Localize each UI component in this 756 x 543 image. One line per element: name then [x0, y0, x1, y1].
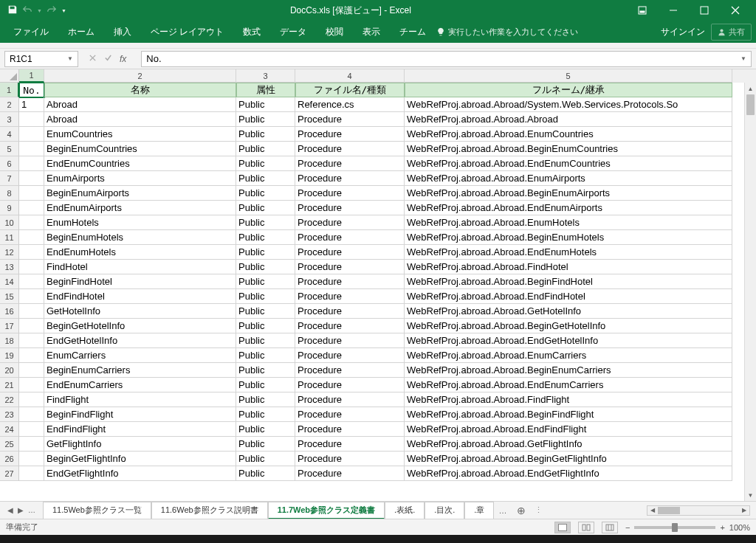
cell[interactable]: WebRefProj.abroad.Abroad.EnumHotels [405, 215, 732, 230]
cell[interactable]: Procedure [295, 260, 405, 274]
cell[interactable]: Procedure [295, 274, 405, 289]
cell[interactable]: Public [236, 437, 295, 452]
cell[interactable]: Abroad [44, 112, 236, 127]
cell[interactable]: WebRefProj.abroad.Abroad.EndGetFlightInf… [405, 466, 732, 481]
fx-icon[interactable]: fx [120, 54, 131, 64]
sheet-tab[interactable]: .表紙. [385, 502, 425, 519]
chevron-down-icon[interactable]: ▼ [67, 55, 73, 62]
row-header[interactable]: 7 [0, 171, 19, 186]
cell[interactable]: Procedure [295, 289, 405, 304]
cell[interactable]: Procedure [295, 378, 405, 392]
cell[interactable]: WebRefProj.abroad.Abroad.EndGetHotelInfo [405, 333, 732, 348]
horizontal-scrollbar[interactable]: ◀ ▶ [647, 505, 750, 516]
cell[interactable]: Procedure [295, 186, 405, 201]
cell[interactable]: WebRefProj.abroad.Abroad.BeginFindFlight [405, 407, 732, 422]
cell[interactable]: Procedure [295, 304, 405, 319]
cell[interactable]: EnumHotels [44, 215, 236, 230]
cell[interactable]: GetHotelInfo [44, 304, 236, 319]
cell[interactable]: WebRefProj.abroad.Abroad.FindHotel [405, 260, 732, 274]
cell[interactable]: WebRefProj.abroad.Abroad.BeginEnumCountr… [405, 142, 732, 156]
tab-splitter[interactable]: ⋮ [532, 505, 546, 515]
cell[interactable]: BeginFindFlight [44, 407, 236, 422]
cell[interactable]: Procedure [295, 171, 405, 186]
tab-team[interactable]: チーム [391, 22, 435, 42]
cell[interactable]: WebRefProj.abroad.Abroad.EndFindHotel [405, 289, 732, 304]
cell[interactable] [19, 466, 44, 481]
row-header[interactable]: 10 [0, 215, 19, 230]
cell[interactable]: Public [236, 333, 295, 348]
cell[interactable] [19, 452, 44, 466]
sheet-add-button[interactable]: ⊕ [511, 505, 532, 516]
col-header[interactable]: 5 [405, 69, 732, 83]
sheet-tab[interactable]: 11.7Web参照クラス定義書 [268, 502, 385, 519]
cell[interactable] [19, 127, 44, 142]
cell[interactable]: Public [236, 171, 295, 186]
scroll-down-icon[interactable]: ▼ [745, 489, 756, 501]
cell[interactable]: Public [236, 363, 295, 378]
tab-review[interactable]: 校閲 [317, 22, 352, 42]
cell[interactable] [19, 274, 44, 289]
cell[interactable]: Public [236, 378, 295, 392]
cell[interactable]: BeginGetFlightInfo [44, 452, 236, 466]
cell[interactable]: EndEnumHotels [44, 245, 236, 260]
sheet-more[interactable]: … [494, 506, 511, 515]
maximize-button[interactable] [690, 0, 719, 21]
row-header[interactable]: 2 [0, 97, 19, 112]
cell[interactable]: EndGetHotelInfo [44, 333, 236, 348]
cell[interactable]: No. [19, 83, 44, 97]
cell[interactable]: フルネーム/継承 [405, 83, 732, 97]
sheet-nav-prev-icon[interactable]: ◀ [6, 506, 15, 514]
cell[interactable]: 属性 [236, 83, 295, 97]
cell[interactable]: Public [236, 186, 295, 201]
cell[interactable]: Procedure [295, 392, 405, 407]
cell[interactable]: Public [236, 201, 295, 215]
col-header[interactable]: 2 [44, 69, 236, 83]
col-header[interactable]: 4 [295, 69, 405, 83]
cell[interactable]: Public [236, 407, 295, 422]
formula-expand-icon[interactable]: ▼ [740, 55, 746, 62]
minimize-button[interactable] [659, 0, 688, 21]
cell[interactable] [19, 171, 44, 186]
cell[interactable]: WebRefProj.abroad.Abroad.EnumCarriers [405, 348, 732, 363]
redo-icon[interactable] [47, 4, 57, 17]
cell[interactable]: WebRefProj.abroad.Abroad.BeginEnumAirpor… [405, 186, 732, 201]
row-header[interactable]: 24 [0, 422, 19, 437]
cell[interactable] [19, 348, 44, 363]
cell[interactable]: Public [236, 230, 295, 245]
zoom-out-button[interactable]: − [625, 523, 630, 532]
sheet-tab[interactable]: 11.5Web参照クラス一覧 [43, 502, 151, 519]
qat-customize-icon[interactable]: ▼ [61, 8, 66, 13]
cell[interactable]: WebRefProj.abroad.Abroad.GetHotelInfo [405, 304, 732, 319]
cell[interactable]: Procedure [295, 112, 405, 127]
cell[interactable] [19, 156, 44, 171]
cell[interactable] [19, 319, 44, 333]
worksheet-grid[interactable]: 1 2 3 4 5 1No.名称属性ファイル名/種類フルネーム/継承21Abro… [0, 69, 756, 501]
row-header[interactable]: 21 [0, 378, 19, 392]
cell[interactable]: Procedure [295, 466, 405, 481]
cell[interactable]: FindFlight [44, 392, 236, 407]
view-pagelayout-icon[interactable] [578, 522, 594, 533]
cell[interactable] [19, 392, 44, 407]
cancel-formula-icon[interactable] [89, 54, 97, 64]
cell[interactable]: Procedure [295, 333, 405, 348]
cell[interactable]: Procedure [295, 127, 405, 142]
row-header[interactable]: 8 [0, 186, 19, 201]
cell[interactable]: WebRefProj.abroad.Abroad.BeginGetHotelIn… [405, 319, 732, 333]
row-header[interactable]: 1 [0, 83, 19, 97]
row-header[interactable]: 12 [0, 245, 19, 260]
cell[interactable]: WebRefProj.abroad.Abroad.BeginGetFlightI… [405, 452, 732, 466]
cell[interactable]: WebRefProj.abroad.Abroad.BeginEnumHotels [405, 230, 732, 245]
tab-home[interactable]: ホーム [59, 22, 103, 42]
tab-view[interactable]: 表示 [354, 22, 389, 42]
cell[interactable]: Procedure [295, 363, 405, 378]
row-header[interactable]: 18 [0, 333, 19, 348]
cell[interactable]: Public [236, 304, 295, 319]
row-header[interactable]: 20 [0, 363, 19, 378]
sheet-tab[interactable]: .目次. [425, 502, 464, 519]
cell[interactable]: Public [236, 260, 295, 274]
cell[interactable]: EnumAirports [44, 171, 236, 186]
cell[interactable]: Procedure [295, 230, 405, 245]
tab-file[interactable]: ファイル [4, 22, 58, 42]
cell[interactable]: EndEnumCountries [44, 156, 236, 171]
zoom-level[interactable]: 100% [729, 523, 750, 532]
